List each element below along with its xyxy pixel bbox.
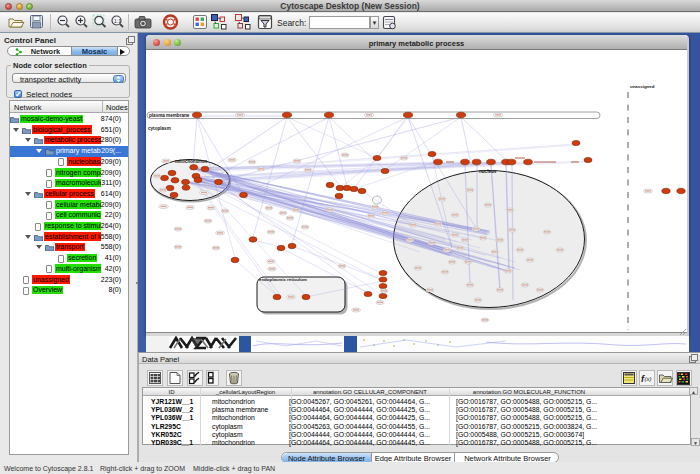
svg-text:nucleus: nucleus [479, 169, 497, 174]
svg-text:endoplasmic reticulum: endoplasmic reticulum [259, 277, 307, 282]
svg-text:1:1: 1:1 [114, 18, 121, 24]
svg-text:(x): (x) [645, 376, 652, 382]
svg-text:cytoplasm: cytoplasm [148, 126, 171, 131]
svg-text:plasma membrane: plasma membrane [149, 113, 190, 118]
svg-text:mitochondrion: mitochondrion [175, 159, 207, 164]
svg-text:unassigned: unassigned [630, 84, 655, 89]
